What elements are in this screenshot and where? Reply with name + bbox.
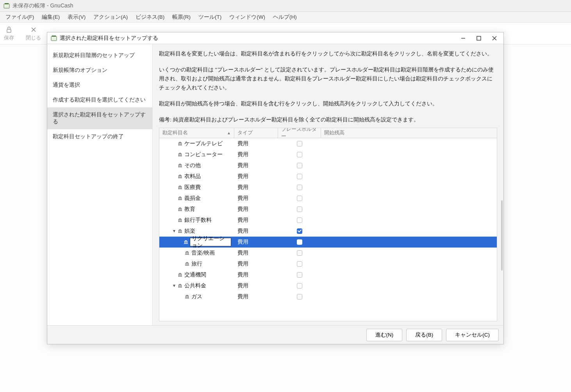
expander-icon[interactable]: ▼ (172, 229, 177, 233)
placeholder-checkbox[interactable] (297, 217, 302, 223)
opening-balance[interactable] (321, 291, 497, 302)
account-icon (177, 207, 183, 212)
table-row[interactable]: コンピューター費用 (159, 149, 497, 160)
account-name-input[interactable]: リクリエーション (190, 238, 231, 246)
account-name: 衣料品 (184, 173, 201, 180)
svg-rect-25 (178, 189, 182, 189)
menu-file[interactable]: ファイル(F) (2, 12, 38, 22)
table-row[interactable]: 銀行手数料費用 (159, 215, 497, 226)
table-row[interactable]: 音楽/映画費用 (159, 248, 497, 258)
placeholder-checkbox[interactable] (297, 141, 302, 146)
svg-rect-5 (477, 36, 481, 40)
svg-rect-28 (181, 198, 182, 200)
placeholder-checkbox[interactable] (297, 152, 302, 157)
svg-rect-61 (178, 287, 182, 287)
opening-balance[interactable] (321, 258, 497, 269)
opening-balance[interactable] (321, 138, 497, 149)
placeholder-checkbox[interactable] (297, 272, 302, 278)
account-name: 公共料金 (184, 282, 206, 289)
opening-balance[interactable] (321, 193, 497, 204)
table-row[interactable]: 教育費用 (159, 204, 497, 215)
svg-rect-16 (181, 165, 182, 167)
placeholder-checkbox[interactable] (297, 196, 302, 201)
opening-balance[interactable] (321, 248, 497, 258)
account-icon (177, 218, 183, 223)
menu-reports[interactable]: 帳票(R) (168, 12, 194, 22)
close-dialog-button[interactable] (491, 35, 498, 42)
step-setup[interactable]: 選択された勘定科目をセットアップする (47, 107, 152, 129)
table-row[interactable]: 衣料品費用 (159, 171, 497, 182)
account-type: 費用 (234, 237, 278, 248)
svg-rect-44 (187, 241, 188, 243)
table-row[interactable]: その他費用 (159, 160, 497, 171)
table-row[interactable]: リクリエーション費用 (159, 237, 497, 248)
scrollbar[interactable] (501, 200, 503, 271)
opening-balance[interactable] (321, 149, 497, 160)
step-options[interactable]: 新規帳簿のオプション (47, 63, 152, 78)
col-balance[interactable]: 開始残高 (321, 128, 497, 138)
table-row[interactable]: 旅行費用 (159, 258, 497, 269)
account-name: 音楽/映画 (191, 249, 215, 257)
opening-balance[interactable] (321, 237, 497, 248)
minimize-button[interactable] (460, 35, 467, 42)
account-type: 費用 (234, 226, 278, 237)
table-row[interactable]: 交通機関費用 (159, 269, 497, 280)
placeholder-checkbox[interactable] (297, 174, 302, 179)
svg-rect-51 (187, 263, 187, 265)
svg-rect-56 (181, 274, 182, 276)
placeholder-checkbox[interactable] (297, 283, 302, 289)
account-icon (177, 174, 183, 179)
step-select[interactable]: 作成する勘定科目を選択してください (47, 93, 152, 107)
table-row[interactable]: 義捐金費用 (159, 193, 497, 204)
placeholder-checkbox[interactable] (297, 294, 302, 299)
table-row[interactable]: ケーブルテレビ費用 (159, 138, 497, 149)
step-finish[interactable]: 勘定科目セットアップの終了 (47, 129, 152, 144)
placeholder-checkbox[interactable] (297, 185, 302, 190)
step-hierarchy[interactable]: 新規勘定科目階層のセットアップ (47, 48, 152, 63)
placeholder-checkbox[interactable] (297, 261, 302, 267)
menu-business[interactable]: ビジネス(B) (132, 12, 168, 22)
opening-balance[interactable] (321, 171, 497, 182)
maximize-button[interactable] (475, 35, 482, 42)
opening-balance[interactable] (321, 215, 497, 226)
account-icon (177, 185, 183, 190)
next-button[interactable]: 進む(N) (366, 329, 403, 341)
table-row[interactable]: 医療費費用 (159, 182, 497, 193)
menu-help[interactable]: ヘルプ(H) (269, 12, 301, 22)
col-name[interactable]: 勘定科目名 ▲ (159, 128, 234, 138)
placeholder-checkbox[interactable] (297, 239, 302, 245)
opening-balance[interactable] (321, 280, 497, 291)
menu-tools[interactable]: ツール(T) (194, 12, 225, 22)
back-button[interactable]: 戻る(B) (406, 329, 442, 341)
account-icon (184, 294, 190, 299)
col-type[interactable]: タイプ (234, 128, 278, 138)
menu-view[interactable]: 表示(V) (64, 12, 89, 22)
table-body[interactable]: ケーブルテレビ費用コンピューター費用その他費用衣料品費用医療費費用義捐金費用教育… (159, 138, 497, 321)
account-type: 費用 (234, 204, 278, 215)
opening-balance[interactable] (321, 160, 497, 171)
table-row[interactable]: ▼公共料金費用 (159, 280, 497, 291)
svg-rect-14 (178, 165, 179, 167)
opening-balance[interactable] (321, 269, 497, 280)
close-button[interactable]: 閉じる (26, 25, 41, 41)
placeholder-checkbox[interactable] (297, 207, 302, 212)
opening-balance[interactable] (321, 226, 497, 237)
accounts-table: 勘定科目名 ▲ タイプ プレースホルダー 開始残高 ケーブルテレビ費用コンピュー… (159, 128, 497, 321)
menu-action[interactable]: アクション(A) (89, 12, 132, 22)
menu-window[interactable]: ウィンドウ(W) (225, 12, 269, 22)
col-placeholder[interactable]: プレースホルダー (278, 128, 321, 138)
step-currency[interactable]: 通貨を選択 (47, 78, 152, 93)
expander-icon[interactable]: ▼ (172, 283, 177, 288)
menu-edit[interactable]: 編集(E) (38, 12, 64, 22)
opening-balance[interactable] (321, 204, 497, 215)
placeholder-checkbox[interactable] (297, 250, 302, 256)
placeholder-checkbox[interactable] (297, 228, 302, 234)
opening-balance[interactable] (321, 182, 497, 193)
svg-rect-19 (180, 176, 180, 178)
svg-rect-48 (188, 252, 189, 254)
placeholder-checkbox[interactable] (297, 163, 302, 168)
save-button[interactable]: 保存 (4, 25, 14, 41)
table-row[interactable]: ガス費用 (159, 291, 497, 302)
svg-rect-39 (180, 230, 180, 232)
cancel-button[interactable]: キャンセル(C) (446, 329, 499, 341)
